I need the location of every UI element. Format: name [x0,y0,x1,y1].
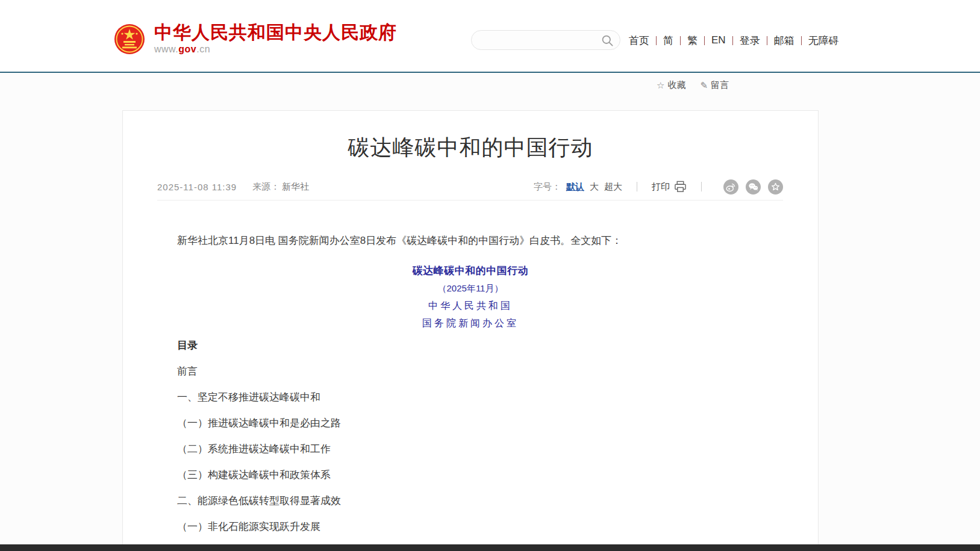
site-url: www.gov.cn [154,44,397,55]
nav-item-mail[interactable]: 邮箱 [774,34,794,48]
intro-paragraph: 新华社北京11月8日电 国务院新闻办公室8日发布《碳达峰碳中和的中国行动》白皮书… [177,235,764,247]
nav-separator [767,36,767,45]
utility-bar: ☆ 收藏 ✎ 留言 [657,79,729,91]
nav-item-home[interactable]: 首页 [629,34,649,48]
message-label: 留言 [711,79,729,91]
search-box [471,30,620,50]
search-icon[interactable] [601,34,614,47]
nav-separator [801,36,802,45]
toc-item: （一）非化石能源实现跃升发展 [177,521,764,532]
meta-left: 2025-11-08 11:39 来源：新华社 [157,181,309,193]
font-size-default-button[interactable]: 默认 [566,181,584,193]
toc-item: （二）系统推进碳达峰碳中和工作 [177,444,764,455]
toc-heading: 目录 [177,340,764,351]
publish-datetime: 2025-11-08 11:39 [157,182,237,192]
site-title: 中华人民共和国中央人民政府 [154,23,397,42]
article-meta-row: 2025-11-08 11:39 来源：新华社 字号： 默认 大 超大 打印 [157,178,783,195]
nav-item-login[interactable]: 登录 [740,34,760,48]
favorite-button[interactable]: ☆ 收藏 [657,79,685,91]
print-button[interactable]: 打印 [652,181,687,193]
nav-separator [680,36,681,45]
print-label: 打印 [652,181,670,193]
nav-item-english[interactable]: EN [711,34,726,46]
source-value: 新华社 [282,181,309,191]
source-label: 来源： [252,181,279,191]
toc-item: （一）推进碳达峰碳中和是必由之路 [177,418,764,429]
top-nav: 首页 简 繁 EN 登录 邮箱 无障碍 [629,34,839,47]
nav-item-simplified[interactable]: 简 [663,34,673,48]
font-size-large-button[interactable]: 大 [590,181,599,193]
document-date: （2025年11月） [177,279,764,297]
page: 中华人民共和国中央人民政府 www.gov.cn 首页 简 繁 EN 登录 邮箱 [0,0,980,551]
document-title: 碳达峰碳中和的中国行动 [177,262,764,279]
font-size-label: 字号： [534,181,561,193]
pencil-icon: ✎ [700,80,708,91]
bottom-bar [0,544,980,551]
nav-separator [704,36,705,45]
favorite-label: 收藏 [667,79,685,91]
site-logo-link[interactable]: 中华人民共和国中央人民政府 www.gov.cn [114,23,397,55]
toc-item: 前言 [177,366,764,377]
meta-right: 字号： 默认 大 超大 打印 [534,179,783,195]
weibo-icon [725,181,737,193]
site-url-suffix: .cn [196,44,210,54]
wechat-icon [747,181,759,193]
article-card: 碳达峰碳中和的中国行动 2025-11-08 11:39 来源：新华社 字号： … [122,110,819,551]
document-org-line: 中华人民共和国 [177,297,764,314]
font-size-xlarge-button[interactable]: 超大 [604,181,622,193]
star-badge-icon [770,181,781,193]
nav-item-accessibility[interactable]: 无障碍 [808,34,839,48]
brand-text: 中华人民共和国中央人民政府 www.gov.cn [154,23,397,55]
document-org-line: 国务院新闻办公室 [177,314,764,332]
article-title: 碳达峰碳中和的中国行动 [123,134,818,161]
site-header: 中华人民共和国中央人民政府 www.gov.cn 首页 简 繁 EN 登录 邮箱 [0,0,980,73]
search-input[interactable] [481,31,599,49]
table-of-contents: 目录 前言 一、坚定不移推进碳达峰碳中和 （一）推进碳达峰碳中和是必由之路 （二… [177,340,764,532]
meta-separator [701,182,702,191]
source: 来源：新华社 [252,181,309,193]
toc-item: 一、坚定不移推进碳达峰碳中和 [177,392,764,403]
printer-icon [674,181,687,193]
site-url-prefix: www. [154,44,178,54]
share-weibo-button[interactable] [723,179,738,195]
share-wechat-button[interactable] [746,179,761,195]
share-more-button[interactable] [768,179,783,195]
toc-item: （三）构建碳达峰碳中和政策体系 [177,470,764,481]
article-body: 新华社北京11月8日电 国务院新闻办公室8日发布《碳达峰碳中和的中国行动》白皮书… [177,201,764,547]
nav-separator [732,36,733,45]
star-icon: ☆ [657,80,664,91]
toc-item: 二、能源绿色低碳转型取得显著成效 [177,496,764,506]
site-url-gov: gov [178,44,196,54]
nav-separator [656,36,657,45]
meta-separator [637,182,637,191]
national-emblem-icon [114,23,145,55]
document-heading-block: 碳达峰碳中和的中国行动 （2025年11月） 中华人民共和国 国务院新闻办公室 [177,262,764,332]
message-button[interactable]: ✎ 留言 [700,79,729,91]
nav-item-traditional[interactable]: 繁 [687,34,698,48]
